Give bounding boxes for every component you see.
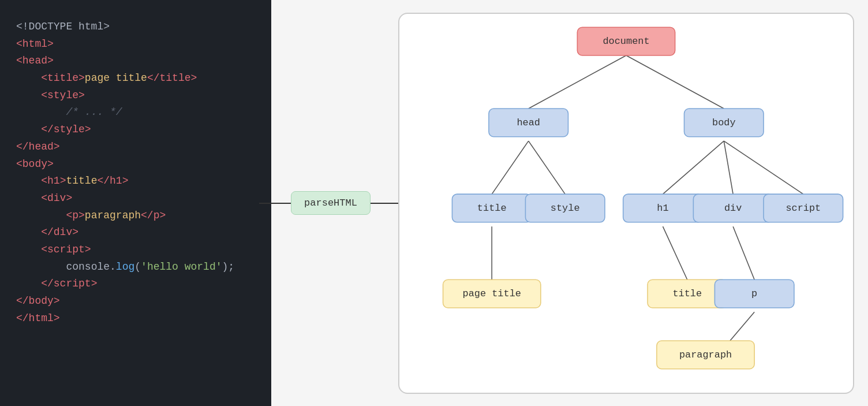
node-style: style <box>551 202 580 213</box>
code-token: > <box>54 295 60 307</box>
arrow-row: parseHTML <box>259 191 410 215</box>
svg-line-3 <box>529 141 565 194</box>
code-token: < <box>16 244 47 255</box>
code-line: <style> <box>16 87 255 105</box>
svg-line-10 <box>730 312 754 341</box>
node-document: document <box>603 36 649 47</box>
code-line: </head> <box>16 139 255 156</box>
code-token: > <box>72 226 78 238</box>
code-token: . <box>110 261 116 273</box>
code-token: p <box>72 210 78 221</box>
node-title: title <box>477 202 507 213</box>
code-line: <title>page title</title> <box>16 70 255 87</box>
code-token: > <box>122 175 129 187</box>
code-token: script <box>54 278 91 289</box>
code-token: h1 <box>110 175 122 187</box>
code-token: < <box>16 90 47 101</box>
code-token: > <box>191 72 197 84</box>
code-token: html <box>23 38 47 50</box>
code-token: < <box>16 192 47 204</box>
main-container: <!DOCTYPE html><html><head> <title>page … <box>0 0 868 406</box>
code-line: <body> <box>16 156 255 173</box>
code-token: </ <box>16 278 54 289</box>
svg-line-5 <box>724 141 733 194</box>
code-token: head <box>23 55 47 66</box>
code-token: > <box>47 55 54 66</box>
code-token: </ <box>16 141 29 152</box>
code-token: ); <box>222 261 235 273</box>
code-line: <html> <box>16 36 255 53</box>
node-script: script <box>785 202 821 213</box>
svg-line-2 <box>492 141 528 194</box>
code-token: h1 <box>47 175 60 187</box>
code-token: > <box>78 90 85 101</box>
svg-line-0 <box>529 55 626 108</box>
code-line: <script> <box>16 241 255 259</box>
code-token: paragraph <box>85 210 141 221</box>
tree-panel: document head body title style h1 div sc… <box>398 13 854 394</box>
code-token: < <box>16 210 72 221</box>
code-token: console <box>66 261 110 273</box>
code-token: > <box>54 141 60 152</box>
code-token: </ <box>16 124 54 135</box>
code-token: ( <box>134 261 141 273</box>
parse-html-box: parseHTML <box>291 191 371 215</box>
code-token: body <box>29 295 54 307</box>
code-line: </div> <box>16 224 255 241</box>
node-h1: h1 <box>657 202 668 213</box>
code-token: div <box>47 192 66 204</box>
code-token: </ <box>141 210 154 221</box>
code-panel: <!DOCTYPE html><html><head> <title>page … <box>0 0 271 406</box>
code-line: <!DOCTYPE html> <box>16 18 255 36</box>
code-token: > <box>85 244 91 255</box>
svg-line-4 <box>663 141 724 194</box>
code-token: script <box>47 244 85 255</box>
code-token: head <box>29 141 54 152</box>
code-line: <h1>title</h1> <box>16 173 255 190</box>
arrow-line-right <box>371 203 402 204</box>
code-token: html <box>29 312 54 324</box>
code-token: page title <box>85 72 147 84</box>
arrow-line-left <box>259 203 291 204</box>
code-token: 'hello world' <box>141 261 222 273</box>
code-token: < <box>16 72 47 84</box>
code-token: < <box>16 175 47 187</box>
node-body: body <box>712 117 736 128</box>
code-token: > <box>47 158 54 170</box>
code-token: < <box>16 38 23 50</box>
code-line: <head> <box>16 53 255 70</box>
code-token: style <box>47 90 78 101</box>
code-token: > <box>91 278 98 289</box>
code-token: > <box>78 210 85 221</box>
code-line: console.log('hello world'); <box>16 259 255 276</box>
code-token: title <box>159 72 190 84</box>
code-token: p <box>154 210 160 221</box>
code-token <box>16 261 66 273</box>
node-div: div <box>724 202 742 213</box>
code-token: <!DOCTYPE html> <box>16 21 110 32</box>
code-line: </html> <box>16 310 255 327</box>
tree-svg: document head body title style h1 div sc… <box>399 14 853 393</box>
code-token: div <box>54 226 72 238</box>
code-token: </ <box>16 312 29 324</box>
node-paragraph: paragraph <box>679 349 732 360</box>
svg-line-8 <box>663 226 687 280</box>
code-token: > <box>66 192 72 204</box>
code-token: > <box>54 312 60 324</box>
code-token: </ <box>147 72 160 84</box>
code-token: </ <box>97 175 110 187</box>
node-head: head <box>517 117 540 128</box>
code-token: style <box>54 124 85 135</box>
code-token: </ <box>16 295 29 307</box>
code-line: <p>paragraph</p> <box>16 207 255 225</box>
svg-line-6 <box>724 141 803 194</box>
code-token: title <box>47 72 78 84</box>
node-page-title: page title <box>462 288 521 299</box>
code-token: > <box>78 72 85 84</box>
code-line: </style> <box>16 121 255 139</box>
code-token: /* ... */ <box>66 106 122 118</box>
code-token: < <box>16 55 23 66</box>
code-token: > <box>60 175 66 187</box>
code-token: > <box>47 38 54 50</box>
arrow-section: parseHTML <box>271 191 398 215</box>
